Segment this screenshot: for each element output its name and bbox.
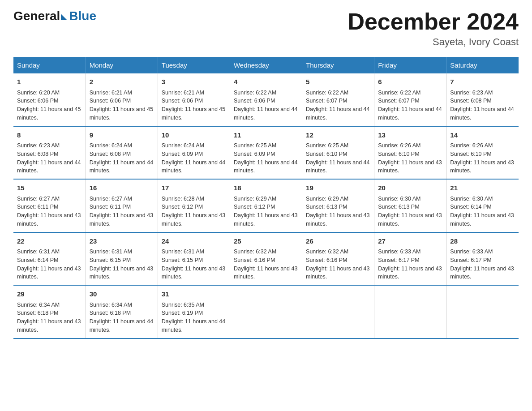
header-tuesday: Tuesday bbox=[158, 57, 230, 73]
day-info: Sunrise: 6:29 AMSunset: 6:13 PMDaylight:… bbox=[306, 195, 370, 228]
day-info: Sunrise: 6:23 AMSunset: 6:08 PMDaylight:… bbox=[17, 141, 82, 175]
logo-general-text: General bbox=[13, 9, 60, 23]
day-number: 1 bbox=[17, 77, 82, 87]
day-number: 23 bbox=[90, 236, 154, 247]
day-number: 30 bbox=[90, 289, 154, 300]
calendar-week-row: 29Sunrise: 6:34 AMSunset: 6:18 PMDayligh… bbox=[13, 285, 519, 338]
day-number: 5 bbox=[306, 77, 370, 87]
day-info: Sunrise: 6:31 AMSunset: 6:15 PMDaylight:… bbox=[162, 248, 226, 281]
calendar-cell: 1Sunrise: 6:20 AMSunset: 6:06 PMDaylight… bbox=[13, 73, 86, 126]
calendar-week-row: 22Sunrise: 6:31 AMSunset: 6:14 PMDayligh… bbox=[13, 232, 519, 286]
day-info: Sunrise: 6:22 AMSunset: 6:07 PMDaylight:… bbox=[306, 89, 370, 122]
day-number: 15 bbox=[17, 183, 82, 193]
calendar-cell: 28Sunrise: 6:33 AMSunset: 6:17 PMDayligh… bbox=[446, 232, 519, 286]
day-info: Sunrise: 6:24 AMSunset: 6:09 PMDaylight:… bbox=[162, 141, 226, 175]
day-number: 12 bbox=[306, 130, 370, 141]
calendar-cell: 5Sunrise: 6:22 AMSunset: 6:07 PMDaylight… bbox=[302, 73, 374, 126]
calendar-cell bbox=[302, 285, 374, 338]
day-info: Sunrise: 6:30 AMSunset: 6:13 PMDaylight:… bbox=[378, 195, 442, 228]
day-info: Sunrise: 6:20 AMSunset: 6:06 PMDaylight:… bbox=[17, 89, 82, 122]
calendar-cell: 3Sunrise: 6:21 AMSunset: 6:06 PMDaylight… bbox=[158, 73, 230, 126]
calendar-cell: 4Sunrise: 6:22 AMSunset: 6:06 PMDaylight… bbox=[230, 73, 302, 126]
day-info: Sunrise: 6:21 AMSunset: 6:06 PMDaylight:… bbox=[162, 89, 226, 122]
calendar-cell: 29Sunrise: 6:34 AMSunset: 6:18 PMDayligh… bbox=[13, 285, 86, 338]
header-saturday: Saturday bbox=[446, 57, 519, 73]
day-number: 22 bbox=[17, 236, 82, 247]
day-number: 29 bbox=[17, 289, 82, 300]
day-info: Sunrise: 6:25 AMSunset: 6:09 PMDaylight:… bbox=[234, 141, 298, 175]
calendar-cell: 11Sunrise: 6:25 AMSunset: 6:09 PMDayligh… bbox=[230, 126, 302, 180]
title-block: December 2024 Sayeta, Ivory Coast bbox=[348, 9, 519, 48]
day-number: 10 bbox=[162, 130, 226, 141]
day-info: Sunrise: 6:24 AMSunset: 6:08 PMDaylight:… bbox=[90, 141, 154, 175]
header-friday: Friday bbox=[374, 57, 446, 73]
logo: General Blue bbox=[13, 9, 96, 23]
day-number: 28 bbox=[450, 236, 515, 247]
calendar-cell: 8Sunrise: 6:23 AMSunset: 6:08 PMDaylight… bbox=[13, 126, 86, 180]
day-info: Sunrise: 6:26 AMSunset: 6:10 PMDaylight:… bbox=[450, 141, 515, 175]
calendar-cell: 7Sunrise: 6:23 AMSunset: 6:08 PMDaylight… bbox=[446, 73, 519, 126]
day-number: 8 bbox=[17, 130, 82, 141]
calendar-cell: 23Sunrise: 6:31 AMSunset: 6:15 PMDayligh… bbox=[86, 232, 158, 286]
day-info: Sunrise: 6:34 AMSunset: 6:18 PMDaylight:… bbox=[17, 301, 82, 334]
header-thursday: Thursday bbox=[302, 57, 374, 73]
calendar-cell: 26Sunrise: 6:32 AMSunset: 6:16 PMDayligh… bbox=[302, 232, 374, 286]
day-number: 27 bbox=[378, 236, 442, 247]
calendar-cell: 31Sunrise: 6:35 AMSunset: 6:19 PMDayligh… bbox=[158, 285, 230, 338]
day-info: Sunrise: 6:21 AMSunset: 6:06 PMDaylight:… bbox=[90, 89, 154, 122]
day-number: 9 bbox=[90, 130, 154, 141]
calendar-cell: 18Sunrise: 6:29 AMSunset: 6:12 PMDayligh… bbox=[230, 179, 302, 232]
day-number: 3 bbox=[162, 77, 226, 87]
day-number: 20 bbox=[378, 183, 442, 193]
header-sunday: Sunday bbox=[13, 57, 86, 73]
calendar-cell bbox=[230, 285, 302, 338]
day-info: Sunrise: 6:22 AMSunset: 6:06 PMDaylight:… bbox=[234, 89, 298, 122]
day-number: 11 bbox=[234, 130, 298, 141]
calendar-cell: 25Sunrise: 6:32 AMSunset: 6:16 PMDayligh… bbox=[230, 232, 302, 286]
calendar-header-row: SundayMondayTuesdayWednesdayThursdayFrid… bbox=[13, 57, 519, 73]
day-info: Sunrise: 6:32 AMSunset: 6:16 PMDaylight:… bbox=[306, 248, 370, 281]
day-info: Sunrise: 6:22 AMSunset: 6:07 PMDaylight:… bbox=[378, 89, 442, 122]
calendar-cell: 10Sunrise: 6:24 AMSunset: 6:09 PMDayligh… bbox=[158, 126, 230, 180]
logo-arrow-icon bbox=[61, 14, 67, 20]
calendar-cell: 19Sunrise: 6:29 AMSunset: 6:13 PMDayligh… bbox=[302, 179, 374, 232]
calendar-week-row: 1Sunrise: 6:20 AMSunset: 6:06 PMDaylight… bbox=[13, 73, 519, 126]
subtitle: Sayeta, Ivory Coast bbox=[348, 36, 519, 48]
day-info: Sunrise: 6:35 AMSunset: 6:19 PMDaylight:… bbox=[162, 301, 226, 334]
calendar-cell: 17Sunrise: 6:28 AMSunset: 6:12 PMDayligh… bbox=[158, 179, 230, 232]
calendar-cell: 15Sunrise: 6:27 AMSunset: 6:11 PMDayligh… bbox=[13, 179, 86, 232]
day-number: 4 bbox=[234, 77, 298, 87]
day-number: 21 bbox=[450, 183, 515, 193]
day-info: Sunrise: 6:31 AMSunset: 6:14 PMDaylight:… bbox=[17, 248, 82, 281]
day-info: Sunrise: 6:31 AMSunset: 6:15 PMDaylight:… bbox=[90, 248, 154, 281]
day-info: Sunrise: 6:28 AMSunset: 6:12 PMDaylight:… bbox=[162, 195, 226, 228]
calendar-cell: 22Sunrise: 6:31 AMSunset: 6:14 PMDayligh… bbox=[13, 232, 86, 286]
day-number: 7 bbox=[450, 77, 515, 87]
calendar-week-row: 8Sunrise: 6:23 AMSunset: 6:08 PMDaylight… bbox=[13, 126, 519, 180]
calendar-cell bbox=[374, 285, 446, 338]
calendar-cell: 6Sunrise: 6:22 AMSunset: 6:07 PMDaylight… bbox=[374, 73, 446, 126]
day-info: Sunrise: 6:30 AMSunset: 6:14 PMDaylight:… bbox=[450, 195, 515, 228]
day-number: 25 bbox=[234, 236, 298, 247]
day-number: 31 bbox=[162, 289, 226, 300]
calendar-cell: 24Sunrise: 6:31 AMSunset: 6:15 PMDayligh… bbox=[158, 232, 230, 286]
day-number: 26 bbox=[306, 236, 370, 247]
day-info: Sunrise: 6:27 AMSunset: 6:11 PMDaylight:… bbox=[17, 195, 82, 228]
calendar-week-row: 15Sunrise: 6:27 AMSunset: 6:11 PMDayligh… bbox=[13, 179, 519, 232]
main-title: December 2024 bbox=[348, 9, 519, 34]
day-number: 2 bbox=[90, 77, 154, 87]
page-header: General Blue December 2024 Sayeta, Ivory… bbox=[13, 9, 519, 48]
calendar-table: SundayMondayTuesdayWednesdayThursdayFrid… bbox=[13, 57, 519, 339]
day-number: 18 bbox=[234, 183, 298, 193]
day-info: Sunrise: 6:27 AMSunset: 6:11 PMDaylight:… bbox=[90, 195, 154, 228]
day-info: Sunrise: 6:23 AMSunset: 6:08 PMDaylight:… bbox=[450, 89, 515, 122]
day-info: Sunrise: 6:34 AMSunset: 6:18 PMDaylight:… bbox=[90, 301, 154, 334]
logo-blue-text: Blue bbox=[69, 9, 96, 23]
day-number: 17 bbox=[162, 183, 226, 193]
day-number: 16 bbox=[90, 183, 154, 193]
day-info: Sunrise: 6:32 AMSunset: 6:16 PMDaylight:… bbox=[234, 248, 298, 281]
day-number: 19 bbox=[306, 183, 370, 193]
day-info: Sunrise: 6:33 AMSunset: 6:17 PMDaylight:… bbox=[378, 248, 442, 281]
header-monday: Monday bbox=[86, 57, 158, 73]
calendar-cell: 30Sunrise: 6:34 AMSunset: 6:18 PMDayligh… bbox=[86, 285, 158, 338]
